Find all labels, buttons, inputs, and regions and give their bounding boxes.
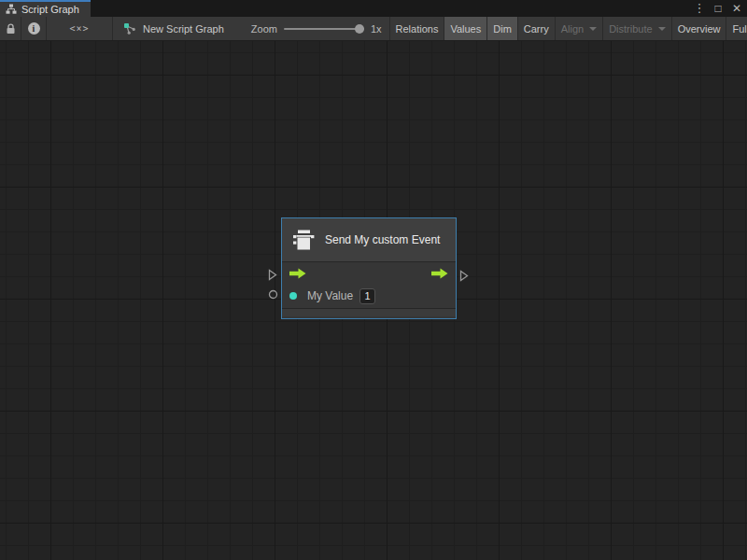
carry-button[interactable]: Carry [518, 17, 555, 40]
value-input-field[interactable]: 1 [359, 288, 375, 304]
chevron-down-icon [658, 27, 666, 31]
tab-bar: Script Graph ⋮ □ ✕ [0, 0, 747, 17]
distribute-label: Distribute [609, 23, 652, 35]
zoom-slider-handle[interactable] [355, 24, 364, 34]
external-flow-output-port[interactable] [459, 270, 469, 282]
window-controls: ⋮ □ ✕ [693, 0, 743, 17]
edit-code-button[interactable]: <×> [47, 17, 112, 40]
maximize-icon[interactable]: □ [712, 0, 725, 17]
align-button[interactable]: Align [556, 17, 602, 40]
dim-button[interactable]: Dim [487, 17, 517, 40]
relations-button[interactable]: Relations [390, 17, 444, 40]
values-button[interactable]: Values [444, 17, 486, 40]
custom-event-icon [291, 228, 316, 252]
code-icon: <×> [69, 23, 89, 34]
node-header[interactable]: Send My custom Event [282, 218, 456, 262]
graph-canvas[interactable]: Send My custom Event My Value 1 [0, 41, 747, 560]
align-label: Align [561, 23, 584, 35]
zoom-slider[interactable] [284, 17, 364, 40]
lock-icon [6, 23, 16, 35]
tab-title: Script Graph [21, 4, 79, 15]
zoom-value: 1x [371, 17, 382, 40]
window-menu-icon[interactable]: ⋮ [693, 0, 706, 17]
send-custom-event-node[interactable]: Send My custom Event My Value 1 [281, 217, 457, 319]
full-screen-button[interactable]: Full Screen [726, 17, 747, 40]
lock-button[interactable] [0, 17, 21, 40]
graph-toolbar: i <×> New Script Graph Zoom 1x Relations… [0, 17, 747, 41]
zoom-label: Zoom [251, 17, 277, 40]
script-graph-window: Script Graph ⋮ □ ✕ i <×> [0, 0, 747, 560]
zoom-slider-track [284, 28, 364, 30]
info-icon: i [28, 22, 40, 35]
overview-button[interactable]: Overview [672, 17, 726, 40]
new-script-graph-button[interactable]: New Script Graph [113, 17, 234, 40]
node-title: Send My custom Event [325, 233, 440, 246]
flow-input-arrow-icon[interactable] [289, 268, 306, 279]
node-flow-row [282, 262, 456, 284]
flow-output-arrow-icon[interactable] [431, 268, 448, 279]
node-value-row: My Value 1 [282, 284, 456, 308]
tab-script-graph[interactable]: Script Graph [0, 0, 91, 17]
external-flow-input-port[interactable] [268, 269, 277, 281]
graph-hierarchy-icon [6, 4, 17, 15]
external-value-input-port[interactable] [268, 289, 278, 300]
value-port-dot-icon[interactable] [289, 292, 297, 300]
info-button[interactable]: i [21, 17, 46, 40]
graph-asset-icon [123, 22, 136, 35]
chevron-down-icon [589, 27, 597, 31]
node-footer [282, 308, 456, 316]
distribute-button[interactable]: Distribute [603, 17, 670, 40]
close-icon[interactable]: ✕ [730, 0, 743, 17]
new-script-graph-label: New Script Graph [143, 23, 224, 35]
value-port-label: My Value [307, 289, 353, 302]
